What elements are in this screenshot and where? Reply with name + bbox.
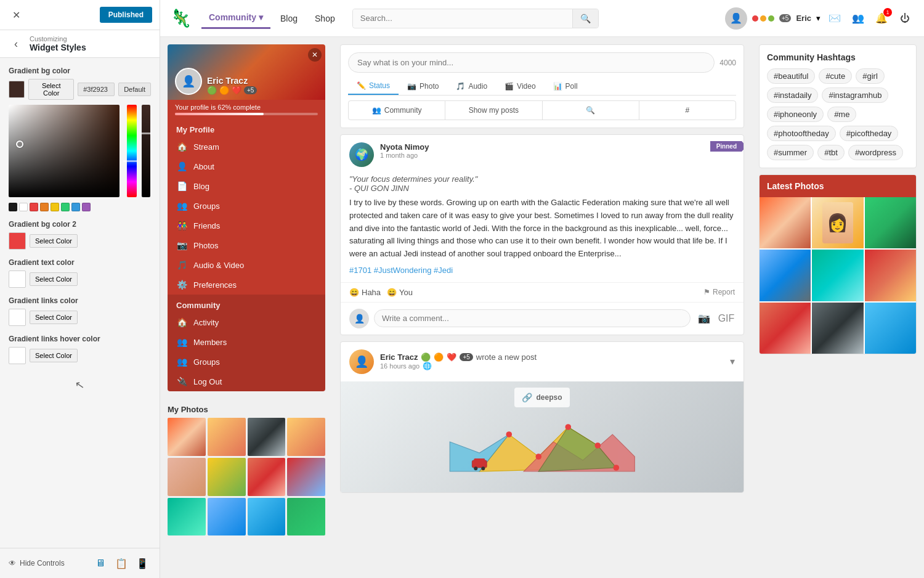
swatch-green[interactable] <box>61 203 70 211</box>
lp-thumb-9[interactable] <box>865 303 916 354</box>
hashtag-tbt[interactable]: #tbt <box>817 145 845 160</box>
hashtag-instadaily[interactable]: #instadaily <box>767 88 818 103</box>
user-name-button[interactable]: Eric <box>796 14 811 23</box>
gradient-links-hover-select-btn[interactable]: Select Color <box>30 349 78 362</box>
hashtag-summer[interactable]: #summer <box>767 145 814 160</box>
menu-item-audio-video[interactable]: 🎵 Audio & Video <box>168 255 325 275</box>
swatch-black[interactable] <box>9 203 17 211</box>
swatch-white[interactable] <box>19 203 28 211</box>
lp-thumb-4[interactable] <box>760 250 811 301</box>
hide-controls-button[interactable]: 👁 Hide Controls <box>9 559 65 568</box>
lp-thumb-3[interactable] <box>865 197 916 248</box>
lp-thumb-6[interactable] <box>865 250 916 301</box>
gradient-bg-swatch[interactable] <box>9 81 25 98</box>
menu-item-photos[interactable]: 📷 Photos <box>168 235 325 255</box>
swatch-purple[interactable] <box>82 203 91 211</box>
photo-thumb-3[interactable] <box>248 418 286 456</box>
photo-thumb-12[interactable] <box>287 498 325 536</box>
tab-audio[interactable]: 🎵 Audio <box>447 78 496 95</box>
close-profile-button[interactable]: ✕ <box>308 48 322 62</box>
nav-community-link[interactable]: Community ▾ <box>201 7 270 29</box>
menu-item-activity[interactable]: 🏠 Activity <box>168 312 325 332</box>
notifications-button[interactable]: 🔔 1 <box>872 9 891 28</box>
post2-expand-button[interactable]: ▾ <box>730 356 735 367</box>
photo-thumb-1[interactable] <box>168 418 206 456</box>
gradient-bg2-swatch[interactable] <box>9 232 26 250</box>
comment-input[interactable] <box>374 309 691 327</box>
opacity-bar[interactable] <box>142 105 150 197</box>
photo-thumb-5[interactable] <box>168 458 206 496</box>
hashtag-filter-btn[interactable]: # <box>639 101 736 120</box>
customizer-back-button[interactable]: ‹ <box>7 35 25 52</box>
menu-item-logout[interactable]: 🔌 Log Out <box>168 372 325 391</box>
hashtag-beautiful[interactable]: #beautiful <box>767 68 815 84</box>
hashtag-iphoneonly[interactable]: #iphoneonly <box>767 107 824 122</box>
gradient-links-select-btn[interactable]: Select Color <box>30 311 78 324</box>
my-posts-filter-btn[interactable]: Show my posts <box>445 101 542 120</box>
swatch-orange[interactable] <box>40 203 49 211</box>
mobile-view-button[interactable]: 📱 <box>134 555 151 572</box>
menu-item-community-groups[interactable]: 👥 Groups <box>168 352 325 372</box>
gradient-bg2-select-btn[interactable]: Select Color <box>30 234 78 248</box>
power-button[interactable]: ⏻ <box>896 9 914 28</box>
menu-item-friends[interactable]: 👫 Friends <box>168 216 325 235</box>
hashtag-me[interactable]: #me <box>827 107 856 122</box>
gradient-text-select-btn[interactable]: Select Color <box>30 272 78 286</box>
menu-item-blog[interactable]: 📄 Blog <box>168 176 325 196</box>
brand-logo[interactable]: 🦎 <box>170 8 192 28</box>
lp-thumb-1[interactable] <box>760 197 811 248</box>
gradient-links-swatch[interactable] <box>9 309 26 326</box>
tablet-view-button[interactable]: 📋 <box>113 555 130 572</box>
lp-thumb-5[interactable] <box>812 250 863 301</box>
hashtag-wordpress[interactable]: #wordpress <box>848 145 903 160</box>
menu-item-groups[interactable]: 👥 Groups <box>168 196 325 216</box>
reaction-haha-btn[interactable]: 😄 Haha <box>349 288 381 297</box>
photo-thumb-4[interactable] <box>287 418 325 456</box>
gradient-text-swatch[interactable] <box>9 271 26 288</box>
search-button[interactable]: 🔍 <box>572 9 598 28</box>
menu-item-about[interactable]: 👤 About <box>168 157 325 176</box>
menu-item-preferences[interactable]: ⚙️ Preferences <box>168 275 325 295</box>
nav-blog-link[interactable]: Blog <box>273 9 305 28</box>
lp-thumb-7[interactable] <box>760 303 811 354</box>
search-input[interactable] <box>353 9 572 27</box>
nav-shop-link[interactable]: Shop <box>307 9 342 28</box>
desktop-view-button[interactable]: 🖥 <box>92 555 109 572</box>
messages-button[interactable]: ✉️ <box>825 9 844 28</box>
hashtag-cute[interactable]: #cute <box>819 68 852 84</box>
hashtag-photooftheday[interactable]: #photooftheday <box>767 126 836 141</box>
swatch-red[interactable] <box>30 203 38 211</box>
photo-thumb-8[interactable] <box>287 458 325 496</box>
report-button[interactable]: ⚑ Report <box>703 288 735 296</box>
search-filter-btn[interactable]: 🔍 <box>543 101 639 120</box>
color-gradient-canvas[interactable] <box>9 105 120 197</box>
photo-thumb-6[interactable] <box>208 458 246 496</box>
photo-thumb-2[interactable] <box>208 418 246 456</box>
tab-video[interactable]: 🎬 Video <box>496 78 544 95</box>
gradient-bg-default-btn[interactable]: Default <box>118 83 151 96</box>
hashtag-girl[interactable]: #girl <box>856 68 885 84</box>
photo-thumb-10[interactable] <box>208 498 246 536</box>
tab-photo[interactable]: 📷 Photo <box>399 78 447 95</box>
menu-item-members[interactable]: 👥 Members <box>168 332 325 352</box>
post-create-input[interactable] <box>348 52 715 73</box>
lp-thumb-8[interactable] <box>812 303 863 354</box>
members-button[interactable]: 👥 <box>849 9 867 28</box>
community-filter-btn[interactable]: 👥 Community <box>349 101 445 120</box>
tab-status[interactable]: ✏️ Status <box>348 78 399 95</box>
photo-thumb-11[interactable] <box>248 498 286 536</box>
comment-camera-button[interactable]: 📷 <box>695 310 713 327</box>
gradient-bg-select-btn[interactable]: Select Color <box>28 79 74 100</box>
swatch-blue[interactable] <box>71 203 80 211</box>
post1-tag[interactable]: #1701 #JustWondering #Jedi <box>349 266 453 275</box>
swatch-yellow[interactable] <box>51 203 59 211</box>
photo-thumb-9[interactable] <box>168 498 206 536</box>
customizer-close-button[interactable]: ✕ <box>7 6 25 23</box>
reaction-you-btn[interactable]: 😄 You <box>387 288 413 297</box>
hashtag-instagramhub[interactable]: #instagramhub <box>822 88 888 103</box>
menu-item-stream[interactable]: 🏠 Stream <box>168 137 325 157</box>
gradient-links-hover-swatch[interactable] <box>9 347 26 364</box>
published-button[interactable]: Published <box>100 7 152 23</box>
hue-bar[interactable] <box>127 105 137 197</box>
tab-poll[interactable]: 📊 Poll <box>545 78 586 95</box>
